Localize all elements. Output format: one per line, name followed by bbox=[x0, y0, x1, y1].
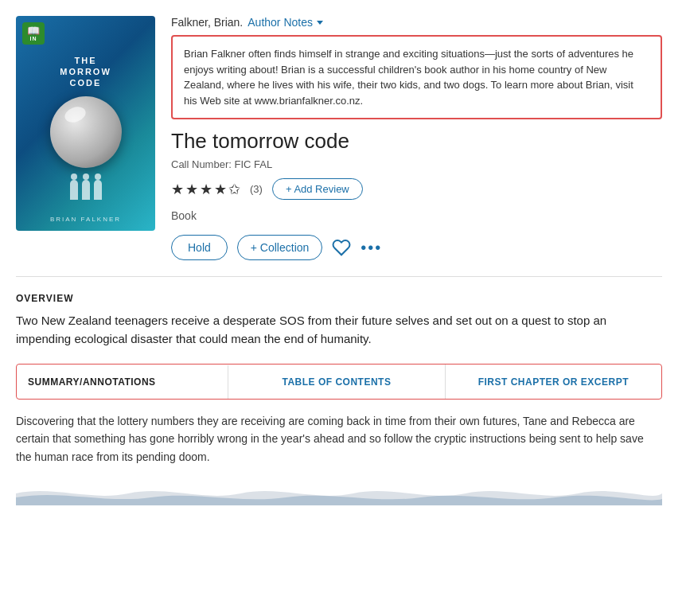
star-3: ★ bbox=[200, 181, 212, 198]
heart-icon bbox=[332, 238, 351, 257]
star-1: ★ bbox=[171, 181, 184, 198]
author-name: Falkner, Brian. bbox=[171, 16, 243, 29]
star-half: ✩ bbox=[228, 181, 240, 198]
tab-table-of-contents[interactable]: TABLE OF CONTENTS bbox=[228, 365, 445, 399]
call-number: Call Number: FIC FAL bbox=[171, 158, 662, 170]
tab-toc-label: TABLE OF CONTENTS bbox=[283, 376, 392, 388]
bottom-wave bbox=[16, 481, 662, 505]
author-notes-button[interactable]: Author Notes bbox=[248, 16, 323, 29]
book-cover-author: BRIAN FALKNER bbox=[50, 216, 121, 223]
book-badge: 📖 IN bbox=[22, 22, 45, 45]
author-line: Falkner, Brian. Author Notes bbox=[171, 16, 662, 29]
summary-text: Discovering that the lottery numbers the… bbox=[16, 412, 662, 466]
call-number-label: Call Number: bbox=[171, 158, 232, 170]
chevron-down-icon bbox=[317, 21, 323, 25]
book-info: Falkner, Brian. Author Notes Brian Falkn… bbox=[171, 16, 662, 260]
overview-label: OVERVIEW bbox=[16, 293, 662, 304]
rating-row: ★ ★ ★ ★ ✩ (3) + Add Review bbox=[171, 178, 662, 200]
tab-first-chapter[interactable]: FIRST CHAPTER OR EXCERPT bbox=[446, 365, 661, 399]
page-wrapper: 📖 IN THE MORROW CODE BRIAN FALKNER bbox=[0, 0, 686, 616]
more-label: ••• bbox=[361, 239, 382, 257]
silhouette-1 bbox=[70, 180, 78, 200]
tabs-section: SUMMARY/ANNOTATIONS TABLE OF CONTENTS FI… bbox=[16, 364, 662, 400]
format-label: Book bbox=[171, 209, 662, 222]
add-review-label: + Add Review bbox=[286, 183, 349, 195]
tab-summary-label: SUMMARY/ANNOTATIONS bbox=[28, 376, 156, 388]
more-button[interactable]: ••• bbox=[361, 239, 382, 257]
collection-label: + Collection bbox=[251, 241, 310, 254]
book-badge-icon: 📖 bbox=[27, 25, 40, 36]
action-buttons: Hold + Collection ••• bbox=[171, 235, 662, 260]
star-rating: ★ ★ ★ ★ ✩ bbox=[171, 181, 240, 198]
book-cover-title: THE MORROW CODE bbox=[60, 55, 111, 89]
book-cover: 📖 IN THE MORROW CODE BRIAN FALKNER bbox=[16, 16, 155, 231]
rating-count: (3) bbox=[250, 183, 263, 195]
star-4: ★ bbox=[214, 181, 227, 198]
add-review-button[interactable]: + Add Review bbox=[272, 178, 363, 200]
tab-summary-annotations[interactable]: SUMMARY/ANNOTATIONS bbox=[17, 365, 228, 399]
silhouette-3 bbox=[94, 180, 102, 200]
book-cover-silhouettes bbox=[70, 180, 102, 200]
silhouette-2 bbox=[82, 180, 90, 200]
tab-chapter-label: FIRST CHAPTER OR EXCERPT bbox=[478, 376, 629, 388]
heart-button[interactable] bbox=[332, 238, 351, 257]
book-badge-label: IN bbox=[30, 36, 37, 41]
author-notes-label: Author Notes bbox=[248, 16, 313, 29]
overview-text: Two New Zealand teenagers receive a desp… bbox=[16, 312, 662, 348]
author-notes-box: Brian Falkner often finds himself in str… bbox=[171, 35, 662, 119]
wave-svg bbox=[16, 481, 662, 505]
hold-label: Hold bbox=[188, 241, 211, 254]
book-title: The tomorrow code bbox=[171, 129, 662, 154]
book-cover-inner: 📖 IN THE MORROW CODE BRIAN FALKNER bbox=[16, 16, 155, 231]
author-notes-text: Brian Falkner often finds himself in str… bbox=[184, 48, 633, 107]
hold-button[interactable]: Hold bbox=[171, 235, 228, 260]
section-divider bbox=[16, 276, 662, 277]
book-cover-orb bbox=[50, 96, 122, 168]
star-2: ★ bbox=[185, 181, 198, 198]
call-number-value: FIC FAL bbox=[234, 158, 272, 170]
collection-button[interactable]: + Collection bbox=[237, 235, 323, 260]
top-section: 📖 IN THE MORROW CODE BRIAN FALKNER bbox=[16, 16, 662, 260]
